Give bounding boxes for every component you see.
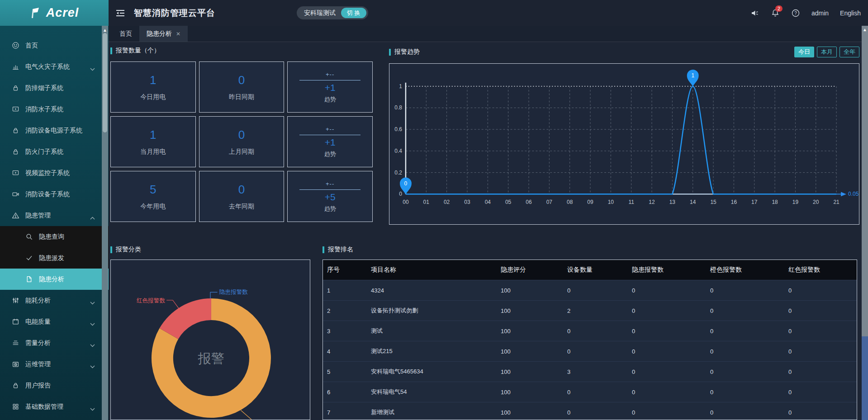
chevron-down-icon (90, 363, 95, 366)
table-cell: 0 (628, 368, 706, 375)
svg-text:21: 21 (833, 199, 840, 205)
range-button-全年[interactable]: 全年 (840, 47, 859, 57)
sidebar-item-home[interactable]: 首页 (0, 35, 109, 56)
title-accent-bar (110, 246, 112, 253)
trend-card: +-- +1 趋势 (287, 61, 373, 113)
svg-text:隐患报警数: 隐患报警数 (219, 288, 248, 295)
sidebar-item-hazard-analysis[interactable]: 隐患分析 (0, 269, 109, 290)
table-cell: 3 (323, 328, 367, 335)
table-cell: 0 (784, 328, 857, 335)
doc-icon (25, 275, 33, 283)
page-scroll-up-icon[interactable]: ▲ (863, 27, 867, 32)
svg-text:14: 14 (690, 199, 696, 205)
svg-text:12: 12 (649, 199, 655, 205)
sidebar-item-hazard-management[interactable]: 隐患管理 (0, 205, 109, 226)
chevron-down-icon (90, 65, 95, 68)
monitor-icon (12, 105, 19, 113)
sidebar-item-smoke-control[interactable]: 防排烟子系统 (0, 77, 109, 99)
table-cell: 0 (784, 287, 857, 294)
home-icon (12, 42, 19, 49)
range-button-本月[interactable]: 本月 (817, 47, 837, 57)
trend-line-chart: 0001020304050607080910111213141516171819… (389, 64, 859, 224)
table-cell: 0 (628, 328, 706, 335)
table-cell: 4324 (367, 287, 497, 294)
sidebar-item-label: 用户报告 (25, 382, 95, 390)
lock-icon (12, 148, 19, 156)
table-header-cell: 隐患评分 (497, 266, 563, 274)
stat-card: 5 今年用电 (110, 171, 196, 222)
table-cell: 100 (497, 287, 563, 294)
trend-divider (299, 189, 360, 190)
sidebar-scroll-up-icon[interactable]: ▲ (103, 28, 107, 33)
svg-text:0.05: 0.05 (848, 191, 859, 197)
sidebar-item-hazard-query[interactable]: 隐患查询 (0, 226, 109, 247)
sidebar-item-user-report[interactable]: 用户报告 (0, 375, 109, 396)
notifications-bell-icon[interactable]: 2 (771, 9, 780, 18)
sidebar-collapse-icon[interactable] (115, 8, 126, 19)
svg-text:03: 03 (464, 199, 470, 205)
trend-top-text: +-- (326, 126, 334, 132)
tab-hazard-analysis[interactable]: 隐患分析 ✕ (139, 26, 188, 42)
page-scrollbar[interactable]: ▲ (862, 26, 868, 420)
svg-text:07: 07 (546, 199, 553, 205)
calendar-icon (12, 318, 19, 326)
camera-icon (12, 190, 19, 198)
tab-close-icon[interactable]: ✕ (176, 31, 180, 37)
tab-home[interactable]: 首页 (112, 26, 139, 42)
user-menu[interactable]: admin (811, 9, 829, 17)
sidebar-item-video-monitor[interactable]: 视频监控子系统 (0, 162, 109, 184)
tab-label: 隐患分析 (147, 30, 172, 38)
monitor-icon (12, 169, 19, 177)
sidebar-item-fire-power[interactable]: 消防设备电源子系统 (0, 120, 109, 141)
stat-value: 0 (238, 183, 245, 197)
stat-label: 当月用电 (140, 148, 166, 156)
sidebar-item-fire-door[interactable]: 防火门子系统 (0, 141, 109, 162)
svg-text:17: 17 (751, 199, 758, 205)
tenant-switch-button[interactable]: 切 换 (341, 8, 366, 18)
sidebar-item-label: 防排烟子系统 (25, 84, 95, 92)
stat-label: 昨日同期 (229, 93, 254, 101)
sidebar-item-energy-analysis[interactable]: 能耗分析 (0, 290, 109, 311)
table-row: 3测试1000000 (323, 321, 857, 341)
sidebar-scrollbar-thumb[interactable] (103, 33, 107, 132)
alarm-category-section: 报警分类 报警隐患报警数红色报警数 (110, 245, 310, 420)
trend-value: +1 (325, 137, 336, 148)
sidebar-item-fire-water[interactable]: 消防水子系统 (0, 99, 109, 120)
sidebar-item-electrical-fire[interactable]: 电气火灾子系统 (0, 56, 109, 77)
speaker-icon[interactable] (750, 9, 759, 18)
table-cell: 3 (563, 368, 628, 375)
sidebar-item-power-quality[interactable]: 电能质量 (0, 311, 109, 332)
table-row: 6安科瑞电气541000000 (323, 382, 857, 402)
sidebar-menu: 首页 电气火灾子系统 防排烟子系统 消防水子系统 消防设备电源子系统 防火门子系… (0, 26, 109, 417)
sidebar-item-base-data[interactable]: 基础数据管理 (0, 396, 109, 417)
sidebar-item-hazard-dispatch[interactable]: 隐患派发 (0, 247, 109, 269)
table-cell: 0 (706, 328, 784, 335)
page-scrollbar-thumb[interactable] (862, 336, 868, 420)
language-switch[interactable]: English (840, 9, 861, 17)
table-cell: 0 (563, 287, 628, 294)
table-row: 7新增测试1000000 (323, 402, 857, 420)
table-cell: 0 (784, 307, 857, 314)
range-button-今日[interactable]: 今日 (794, 47, 814, 57)
table-cell: 0 (706, 409, 784, 416)
table-cell: 100 (497, 389, 563, 396)
acrel-flag-icon (30, 7, 43, 19)
sidebar-item-ops-management[interactable]: 运维管理 (0, 354, 109, 375)
stat-card: 0 去年同期 (199, 171, 285, 222)
stat-value: 0 (238, 73, 245, 87)
svg-text:0: 0 (404, 180, 408, 187)
search-icon (25, 233, 33, 241)
sidebar-item-demand-analysis[interactable]: 需量分析 (0, 332, 109, 354)
warning-icon (12, 212, 19, 219)
svg-text:1: 1 (399, 83, 402, 90)
table-cell: 测试215 (367, 347, 497, 355)
sidebar-scrollbar[interactable]: ▲ (102, 26, 108, 420)
alarm-ranking-title: 报警排名 (323, 245, 857, 254)
sidebar-item-fire-device[interactable]: 消防设备子系统 (0, 184, 109, 205)
table-header-cell: 红色报警数 (784, 266, 857, 274)
svg-text:11: 11 (628, 199, 634, 205)
chevron-down-icon (90, 320, 95, 323)
tenant-name: 安科瑞测试 (304, 9, 336, 17)
app-root: Acrel 首页 电气火灾子系统 防排烟子系统 消防水子系统 消防设备电源子系统… (0, 0, 868, 420)
help-icon[interactable]: ? (791, 9, 800, 18)
